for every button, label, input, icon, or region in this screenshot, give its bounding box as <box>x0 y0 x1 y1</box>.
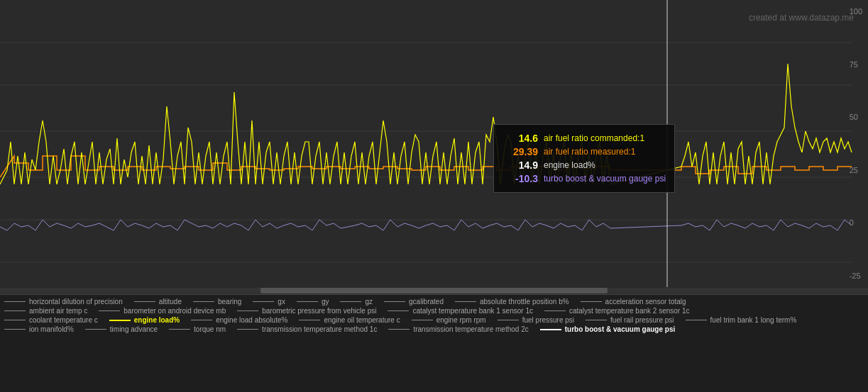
legend-line-bearing <box>193 301 214 302</box>
legend-item-gcal[interactable]: gcalibrated <box>384 298 444 306</box>
watermark: created at www.datazap.me <box>749 13 854 23</box>
legend-label-ion-manifold: ion manifold% <box>29 325 74 333</box>
legend-item-torque[interactable]: torque nm <box>169 325 226 333</box>
legend-row-3: ion manifold% timing advance torque nm t… <box>4 325 864 333</box>
chart-scrollbar[interactable] <box>0 288 868 293</box>
legend-line-ambient-air <box>4 310 26 311</box>
legend-item-bearing[interactable]: bearing <box>193 298 241 306</box>
legend-item-engine-load[interactable]: engine load% <box>109 316 180 324</box>
legend-label-rpm: engine rpm rpm <box>436 316 486 324</box>
legend-label-oil-temp: engine oil temperature c <box>324 316 400 324</box>
legend-item-coolant[interactable]: coolant temperature c <box>4 316 98 324</box>
legend-label-fuel-pressure: fuel pressure psi <box>522 316 574 324</box>
legend-label-ambient-air: ambient air temp c <box>29 307 87 315</box>
legend-line-timing-advance <box>85 329 106 330</box>
legend-item-fuel-rail[interactable]: fuel rail pressure psi <box>586 316 674 324</box>
legend-area: horizontal dilution of precision altitud… <box>0 294 868 392</box>
tooltip-row-1: 29.39 air fuel ratio measured:1 <box>502 146 666 157</box>
legend-line-abs-throttle-b <box>455 301 476 302</box>
legend-item-engine-load-abs[interactable]: engine load absolute% <box>191 316 287 324</box>
legend-item-cat-b1s1[interactable]: catalyst temperature bank 1 sensor 1c <box>388 307 533 315</box>
legend-line-baro-vehicle <box>237 310 258 311</box>
legend-label-torque: torque nm <box>194 325 226 333</box>
legend-label-trans-temp2: transmission temperature method 2c <box>413 325 528 333</box>
legend-item-timing-advance[interactable]: timing advance <box>85 325 158 333</box>
y-label-0: 0 <box>850 218 862 227</box>
chart-svg <box>0 0 868 287</box>
legend-item-trans-temp1[interactable]: transmission temperature method 1c <box>237 325 377 333</box>
legend-item-baro-vehicle[interactable]: barometric pressure from vehicle psi <box>237 307 376 315</box>
tooltip-row-0: 14.6 air fuel ratio commanded:1 <box>502 133 666 144</box>
legend-line-fuel-pressure <box>498 320 519 320</box>
legend-label-turbo-boost: turbo boost & vacuum gauge psi <box>565 325 676 333</box>
y-axis-labels: 100 75 50 25 0 -25 <box>850 0 862 287</box>
legend-item-hdop[interactable]: horizontal dilution of precision <box>4 298 123 306</box>
chart-tooltip: 14.6 air fuel ratio commanded:1 29.39 ai… <box>493 124 675 193</box>
legend-item-ion-manifold[interactable]: ion manifold% <box>4 325 74 333</box>
legend-item-altitude[interactable]: altitude <box>134 298 182 306</box>
y-label-25: 25 <box>850 166 862 174</box>
legend-row-2: coolant temperature c engine load% engin… <box>4 316 864 324</box>
y-label-50: 50 <box>850 113 862 121</box>
legend-item-abs-throttle-b[interactable]: absolute throttle position b% <box>455 298 569 306</box>
scrollbar-thumb[interactable] <box>260 288 608 293</box>
legend-label-gx: gx <box>278 298 285 306</box>
legend-item-accel-total[interactable]: acceleration sensor totalg <box>581 298 686 306</box>
legend-label-accel-total: acceleration sensor totalg <box>605 298 686 306</box>
legend-line-ion-manifold <box>4 329 26 330</box>
legend-line-gz <box>340 301 361 302</box>
legend-line-gcal <box>384 301 405 302</box>
legend-label-gy: gy <box>322 298 329 306</box>
legend-label-coolant: coolant temperature c <box>29 316 98 324</box>
legend-label-fuel-trim-lt: fuel trim bank 1 long term% <box>710 316 797 324</box>
tooltip-label-3: turbo boost & vacuum gauge psi <box>544 174 666 184</box>
legend-line-rpm <box>412 320 433 320</box>
legend-line-gx <box>253 301 274 302</box>
legend-label-bearing: bearing <box>218 298 241 306</box>
legend-label-baro-android: barometer on android device mb <box>123 307 226 315</box>
legend-line-trans-temp2 <box>388 329 410 330</box>
legend-item-gx[interactable]: gx <box>253 298 285 306</box>
legend-item-oil-temp[interactable]: engine oil temperature c <box>299 316 400 324</box>
legend-label-cat-b2s1: catalyst temperature bank 2 sensor 1c <box>569 307 690 315</box>
legend-item-cat-b2s1[interactable]: catalyst temperature bank 2 sensor 1c <box>544 307 690 315</box>
legend-item-ambient-air[interactable]: ambient air temp c <box>4 307 87 315</box>
chart-container: created at www.datazap.me 100 75 50 25 0… <box>0 0 868 287</box>
tooltip-label-2: engine load% <box>544 160 595 170</box>
legend-label-trans-temp1: transmission temperature method 1c <box>262 325 377 333</box>
legend-label-timing-advance: timing advance <box>110 325 158 333</box>
tooltip-value-1: 29.39 <box>502 146 538 157</box>
y-label-neg25: -25 <box>850 271 862 280</box>
legend-row-0: horizontal dilution of precision altitud… <box>4 298 864 306</box>
legend-line-gy <box>297 301 318 302</box>
legend-item-baro-android[interactable]: barometer on android device mb <box>99 307 226 315</box>
legend-line-oil-temp <box>299 320 320 320</box>
legend-label-cat-b1s1: catalyst temperature bank 1 sensor 1c <box>412 307 533 315</box>
legend-item-fuel-pressure[interactable]: fuel pressure psi <box>498 316 574 324</box>
tooltip-value-0: 14.6 <box>502 133 538 144</box>
legend-label-engine-load-abs: engine load absolute% <box>216 316 287 324</box>
legend-label-altitude: altitude <box>159 298 182 306</box>
legend-line-engine-load-abs <box>191 320 212 320</box>
legend-label-hdop: horizontal dilution of precision <box>29 298 123 306</box>
legend-line-trans-temp1 <box>237 329 258 330</box>
legend-item-fuel-trim-lt[interactable]: fuel trim bank 1 long term% <box>686 316 797 324</box>
legend-line-coolant <box>4 320 26 320</box>
y-label-100: 100 <box>850 7 862 16</box>
legend-item-rpm[interactable]: engine rpm rpm <box>412 316 486 324</box>
svg-rect-0 <box>0 0 868 287</box>
legend-line-cat-b1s1 <box>388 310 409 311</box>
legend-line-fuel-rail <box>586 320 607 320</box>
tooltip-label-1: air fuel ratio measured:1 <box>544 147 635 157</box>
tooltip-row-3: -10.3 turbo boost & vacuum gauge psi <box>502 173 666 184</box>
legend-label-gz: gz <box>365 298 373 306</box>
legend-label-engine-load: engine load% <box>134 316 180 324</box>
legend-label-baro-vehicle: barometric pressure from vehicle psi <box>262 307 376 315</box>
legend-item-gz[interactable]: gz <box>340 298 373 306</box>
y-label-75: 75 <box>850 60 862 69</box>
legend-line-accel-total <box>581 301 602 302</box>
legend-line-baro-android <box>99 310 120 311</box>
legend-item-gy[interactable]: gy <box>297 298 329 306</box>
legend-item-turbo-boost[interactable]: turbo boost & vacuum gauge psi <box>540 325 676 333</box>
legend-item-trans-temp2[interactable]: transmission temperature method 2c <box>388 325 528 333</box>
